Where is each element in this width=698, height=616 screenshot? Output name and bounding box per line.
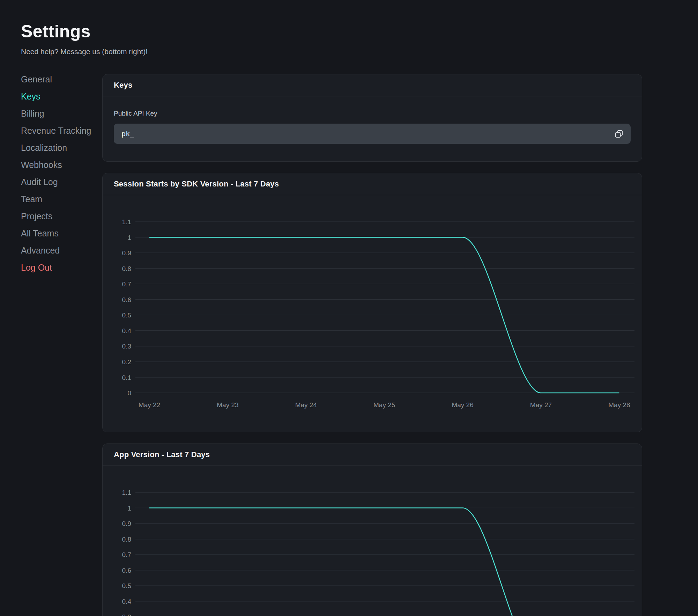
svg-text:0.6: 0.6 (122, 296, 131, 303)
svg-text:May 22: May 22 (139, 401, 160, 409)
svg-text:0: 0 (127, 389, 131, 397)
sidebar-item-revenue-tracking[interactable]: Revenue Tracking (21, 125, 102, 136)
svg-text:0.8: 0.8 (122, 536, 131, 543)
public-api-key-label: Public API Key (114, 110, 631, 117)
svg-text:0.3: 0.3 (122, 343, 131, 350)
svg-text:0.7: 0.7 (122, 280, 131, 288)
keys-card-title: Keys (114, 81, 132, 90)
svg-text:0.3: 0.3 (122, 613, 131, 616)
svg-text:May 23: May 23 (217, 401, 238, 409)
keys-card-body: Public API Key pk_ (103, 96, 642, 161)
page-subtitle: Need help? Message us (bottom right)! (21, 47, 698, 56)
svg-text:May 25: May 25 (373, 401, 395, 409)
public-api-key-field[interactable]: pk_ (114, 124, 631, 144)
svg-text:1.1: 1.1 (122, 489, 131, 496)
svg-text:0.1: 0.1 (122, 374, 131, 381)
svg-text:0.8: 0.8 (122, 265, 131, 272)
sidebar-item-advanced[interactable]: Advanced (21, 245, 102, 256)
svg-text:0.9: 0.9 (122, 249, 131, 257)
sidebar-item-team[interactable]: Team (21, 194, 102, 204)
sdk-version-chart: 1.110.90.80.70.60.50.40.30.20.10May 22Ma… (103, 195, 642, 432)
sdk-version-chart-card: Session Starts by SDK Version - Last 7 D… (102, 173, 642, 432)
sdk-version-chart-title: Session Starts by SDK Version - Last 7 D… (114, 179, 279, 189)
svg-text:0.2: 0.2 (122, 358, 131, 366)
svg-text:0.4: 0.4 (122, 327, 132, 335)
svg-text:0.5: 0.5 (122, 582, 131, 589)
sidebar-item-webhooks[interactable]: Webhooks (21, 160, 102, 170)
sidebar-item-projects[interactable]: Projects (21, 211, 102, 221)
settings-page: Settings Need help? Message us (bottom r… (0, 0, 698, 616)
sdk-version-chart-header: Session Starts by SDK Version - Last 7 D… (103, 173, 642, 195)
sidebar-item-localization[interactable]: Localization (21, 142, 102, 153)
main-layout: GeneralKeysBillingRevenue TrackingLocali… (0, 74, 698, 616)
svg-text:0.6: 0.6 (122, 567, 131, 574)
svg-text:0.4: 0.4 (122, 598, 132, 605)
sidebar-item-all-teams[interactable]: All Teams (21, 228, 102, 239)
keys-card-header: Keys (103, 74, 642, 96)
page-title: Settings (21, 22, 698, 41)
public-api-key-value: pk_ (121, 130, 612, 138)
sidebar-item-keys[interactable]: Keys (21, 91, 102, 102)
app-version-chart-header: App Version - Last 7 Days (103, 444, 642, 466)
copy-api-key-button[interactable] (612, 127, 626, 141)
svg-text:1.1: 1.1 (122, 218, 131, 226)
sidebar-item-log-out[interactable]: Log Out (21, 262, 102, 273)
svg-text:1: 1 (127, 505, 131, 512)
page-header: Settings Need help? Message us (bottom r… (0, 0, 698, 56)
svg-text:May 28: May 28 (608, 401, 630, 409)
keys-card: Keys Public API Key pk_ (102, 74, 642, 162)
app-version-chart: 1.110.90.80.70.60.50.40.30.20.10May 22Ma… (103, 466, 642, 616)
content: Keys Public API Key pk_ (102, 74, 642, 616)
svg-text:0.7: 0.7 (122, 551, 131, 558)
sidebar-item-billing[interactable]: Billing (21, 108, 102, 119)
copy-icon (614, 129, 624, 139)
svg-text:0.9: 0.9 (122, 520, 131, 527)
app-version-chart-title: App Version - Last 7 Days (114, 450, 210, 459)
sidebar-item-general[interactable]: General (21, 74, 102, 85)
app-version-chart-card: App Version - Last 7 Days 1.110.90.80.70… (102, 443, 642, 616)
svg-text:May 24: May 24 (295, 401, 317, 409)
svg-text:May 27: May 27 (530, 401, 552, 409)
sidebar-item-audit-log[interactable]: Audit Log (21, 177, 102, 187)
svg-text:May 26: May 26 (452, 401, 473, 409)
svg-text:0.5: 0.5 (122, 311, 131, 319)
sidebar: GeneralKeysBillingRevenue TrackingLocali… (0, 74, 102, 279)
svg-text:1: 1 (127, 234, 131, 241)
